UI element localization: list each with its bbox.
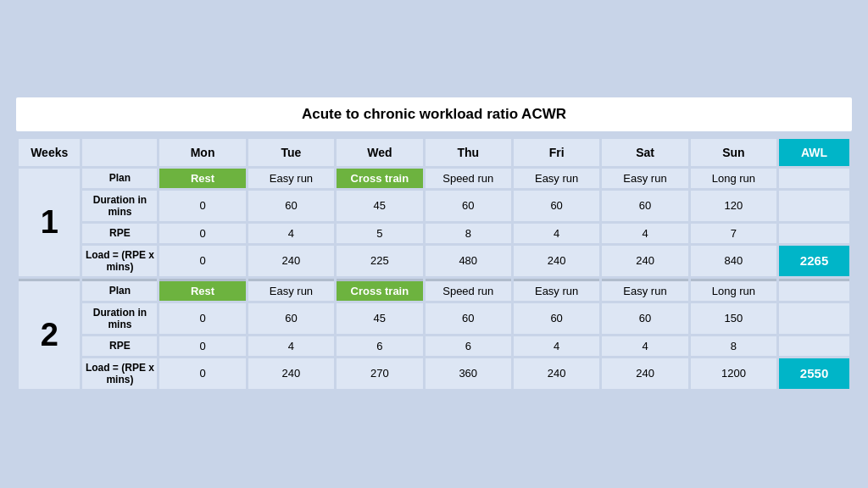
week2-duration-mon: 0 xyxy=(159,303,245,334)
week2-load-awl: 2550 xyxy=(779,358,849,389)
week2-duration-label: Duration in mins xyxy=(82,303,157,334)
week2-load-label: Load = (RPE x mins) xyxy=(82,358,157,389)
week2-rpe-label: RPE xyxy=(82,336,157,356)
week1-load-label: Load = (RPE x mins) xyxy=(82,246,157,276)
week2-plan-thu: Speed run xyxy=(426,279,511,301)
week1-rpe-awl xyxy=(779,224,849,243)
week2-load-thu: 360 xyxy=(426,358,511,389)
blank-header xyxy=(82,139,157,166)
week2-duration-row: Duration in mins 0 60 45 60 60 60 150 xyxy=(19,303,849,334)
week2-plan-mon: Rest xyxy=(159,279,245,301)
week2-load-tue: 240 xyxy=(248,358,334,389)
week2-duration-thu: 60 xyxy=(426,303,511,334)
week1-rpe-thu: 8 xyxy=(426,224,511,243)
week1-plan-mon: Rest xyxy=(159,169,245,188)
week2-duration-wed: 45 xyxy=(337,303,422,334)
week1-plan-sun: Long run xyxy=(691,169,776,188)
sun-header: Sun xyxy=(691,139,776,166)
week1-rpe-row: RPE 0 4 5 8 4 4 7 xyxy=(19,224,849,243)
week1-duration-label: Duration in mins xyxy=(82,191,157,221)
week1-duration-awl xyxy=(779,191,849,221)
thu-header: Thu xyxy=(426,139,511,166)
week2-plan-awl xyxy=(779,279,849,301)
week1-rpe-label: RPE xyxy=(82,224,157,243)
week2-plan-wed: Cross train xyxy=(337,279,422,301)
week1-duration-sun: 120 xyxy=(691,191,776,221)
week1-duration-tue: 60 xyxy=(248,191,334,221)
mon-header: Mon xyxy=(159,139,245,166)
week1-duration-fri: 60 xyxy=(514,191,599,221)
week1-load-thu: 480 xyxy=(426,246,511,276)
week2-duration-awl xyxy=(779,303,849,334)
week1-number: 1 xyxy=(19,169,80,276)
week2-rpe-sat: 4 xyxy=(602,336,687,356)
fri-header: Fri xyxy=(514,139,599,166)
week1-duration-mon: 0 xyxy=(159,191,245,221)
week2-rpe-tue: 4 xyxy=(248,336,334,356)
week2-duration-tue: 60 xyxy=(248,303,334,334)
week1-load-sat: 240 xyxy=(602,246,687,276)
week1-load-fri: 240 xyxy=(514,246,599,276)
sat-header: Sat xyxy=(602,139,687,166)
week2-load-mon: 0 xyxy=(159,358,245,389)
chart-title: Acute to chronic workload ratio ACWR xyxy=(16,97,852,131)
week2-duration-sun: 150 xyxy=(691,303,776,334)
week1-duration-wed: 45 xyxy=(337,191,422,221)
week1-duration-thu: 60 xyxy=(426,191,511,221)
week2-rpe-row: RPE 0 4 6 6 4 4 8 xyxy=(19,336,849,356)
week2-plan-sat: Easy run xyxy=(602,279,687,301)
tue-header: Tue xyxy=(248,139,334,166)
wed-header: Wed xyxy=(337,139,422,166)
week2-duration-sat: 60 xyxy=(602,303,687,334)
week1-duration-row: Duration in mins 0 60 45 60 60 60 120 xyxy=(19,191,849,221)
week1-plan-thu: Speed run xyxy=(426,169,511,188)
week1-load-mon: 0 xyxy=(159,246,245,276)
week2-duration-fri: 60 xyxy=(514,303,599,334)
week2-plan-label: Plan xyxy=(82,279,157,301)
week1-plan-awl xyxy=(779,169,849,188)
weeks-header: Weeks xyxy=(19,139,80,166)
week2-plan-fri: Easy run xyxy=(514,279,599,301)
week2-plan-tue: Easy run xyxy=(248,279,334,301)
week1-plan-tue: Easy run xyxy=(248,169,334,188)
week1-rpe-sat: 4 xyxy=(602,224,687,243)
week1-rpe-sun: 7 xyxy=(691,224,776,243)
week1-plan-fri: Easy run xyxy=(514,169,599,188)
week2-plan-row: 2 Plan Rest Easy run Cross train Speed r… xyxy=(19,279,849,301)
week2-load-wed: 270 xyxy=(337,358,422,389)
week1-duration-sat: 60 xyxy=(602,191,687,221)
week2-rpe-mon: 0 xyxy=(159,336,245,356)
week1-rpe-mon: 0 xyxy=(159,224,245,243)
week1-rpe-fri: 4 xyxy=(514,224,599,243)
week1-rpe-wed: 5 xyxy=(337,224,422,243)
week2-rpe-awl xyxy=(779,336,849,356)
week2-rpe-thu: 6 xyxy=(426,336,511,356)
week1-rpe-tue: 4 xyxy=(248,224,334,243)
week2-number: 2 xyxy=(19,279,80,389)
week2-rpe-wed: 6 xyxy=(337,336,422,356)
week1-plan-label: Plan xyxy=(82,169,157,188)
week2-rpe-sun: 8 xyxy=(691,336,776,356)
week1-load-sun: 840 xyxy=(691,246,776,276)
week2-load-sat: 240 xyxy=(602,358,687,389)
week1-plan-wed: Cross train xyxy=(337,169,422,188)
week1-load-wed: 225 xyxy=(337,246,422,276)
week1-plan-sat: Easy run xyxy=(602,169,687,188)
acwr-table: Weeks Mon Tue Wed Thu Fri Sat Sun AWL 1 … xyxy=(16,136,852,391)
week2-load-sun: 1200 xyxy=(691,358,776,389)
week2-load-fri: 240 xyxy=(514,358,599,389)
week2-plan-sun: Long run xyxy=(691,279,776,301)
outer-container: Acute to chronic workload ratio ACWR Wee… xyxy=(6,87,862,402)
week1-plan-row: 1 Plan Rest Easy run Cross train Speed r… xyxy=(19,169,849,188)
week2-load-row: Load = (RPE x mins) 0 240 270 360 240 24… xyxy=(19,358,849,389)
week1-load-awl: 2265 xyxy=(779,246,849,276)
week1-load-row: Load = (RPE x mins) 0 240 225 480 240 24… xyxy=(19,246,849,276)
week1-load-tue: 240 xyxy=(248,246,334,276)
week2-rpe-fri: 4 xyxy=(514,336,599,356)
awl-header: AWL xyxy=(779,139,849,166)
header-row: Weeks Mon Tue Wed Thu Fri Sat Sun AWL xyxy=(19,139,849,166)
